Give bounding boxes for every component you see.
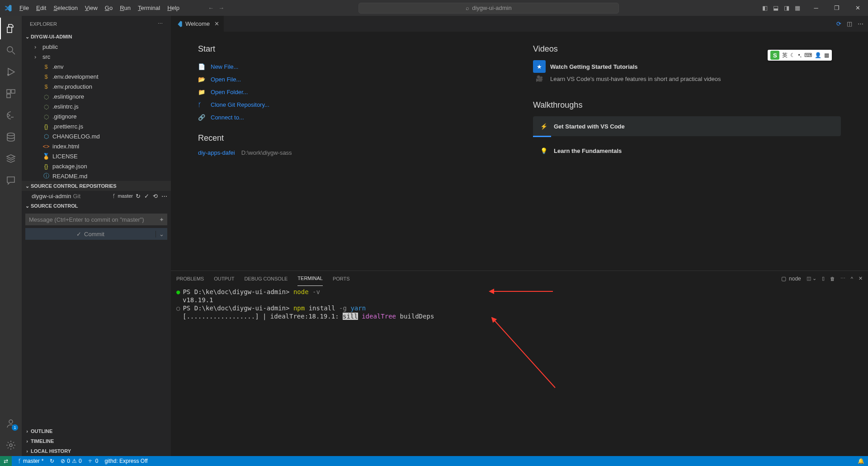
status-sync[interactable]: ↻ — [50, 458, 54, 464]
refresh-icon[interactable]: ⟲ — [153, 193, 158, 200]
kill-terminal-icon[interactable]: 🗑 — [830, 276, 835, 281]
activity-accounts[interactable]: 1 — [0, 413, 22, 434]
start-link[interactable]: ᚶClone Git Repository... — [198, 98, 506, 111]
status-githd[interactable]: githd: Express Off — [104, 458, 147, 464]
sync-icon[interactable]: ↻ — [136, 193, 141, 200]
moon-icon[interactable]: ☾ — [790, 52, 795, 58]
tree-item[interactable]: ›src — [26, 52, 171, 62]
start-link[interactable]: 📁Open Folder... — [198, 86, 506, 98]
menu-go[interactable]: Go — [101, 0, 116, 16]
menu-help[interactable]: Help — [164, 0, 183, 16]
maximize-panel-icon[interactable]: ^ — [851, 276, 853, 281]
panel-tab[interactable]: DEBUG CONSOLE — [244, 271, 288, 286]
status-notifications[interactable]: 🔔 — [858, 458, 864, 464]
tree-item[interactable]: $.env.development — [26, 71, 171, 81]
grid-icon[interactable]: ▦ — [824, 52, 829, 58]
activity-remote[interactable] — [0, 105, 22, 126]
split-editor-icon[interactable]: ◫ — [847, 20, 852, 27]
commit-icon[interactable]: ✓ — [144, 193, 149, 200]
keyboard-icon[interactable]: ⌨ — [804, 52, 812, 58]
tree-item[interactable]: <>index.html — [26, 141, 171, 151]
status-ports[interactable]: ᯤ 0 — [88, 458, 99, 464]
scm-repos-header[interactable]: ⌄ SOURCE CONTROL REPOSITORIES — [22, 181, 171, 191]
start-link[interactable]: 🔗Connect to... — [198, 111, 506, 124]
menu-file[interactable]: File — [16, 0, 33, 16]
panel-tab[interactable]: PROBLEMS — [176, 271, 204, 286]
project-header[interactable]: ⌄ DIYGW-UI-ADMIN — [22, 32, 171, 42]
toggle-secondary-sidebar-icon[interactable]: ◨ — [784, 5, 789, 11]
maximize-button[interactable]: ❐ — [826, 0, 847, 16]
tree-item[interactable]: {}package.json — [26, 161, 171, 171]
sidebar-more-icon[interactable]: ⋯ — [158, 21, 163, 27]
tab-welcome[interactable]: Welcome ✕ — [171, 16, 224, 32]
menu-run[interactable]: Run — [116, 0, 134, 16]
tree-item[interactable]: ⬡CHANGELOG.md — [26, 131, 171, 141]
tree-item[interactable]: ◌.gitignore — [26, 111, 171, 121]
toggle-panel-icon[interactable]: ⬓ — [773, 5, 778, 11]
tree-item[interactable]: $.env.production — [26, 81, 171, 91]
panel-tab[interactable]: OUTPUT — [214, 271, 234, 286]
split-terminal-icon[interactable]: ◫ ⌄ — [807, 276, 816, 281]
ime-lang[interactable]: 英 — [782, 52, 788, 59]
tree-item[interactable]: ◌.eslintrc.js — [26, 101, 171, 111]
run-icon[interactable]: ⟳ — [836, 20, 841, 27]
tree-item[interactable]: {}.prettierrc.js — [26, 121, 171, 131]
walkthrough-fundamentals[interactable]: 💡 Learn the Fundamentals — [533, 141, 841, 161]
commit-button[interactable]: ✓ Commit — [25, 231, 156, 238]
close-panel-icon[interactable]: ✕ — [859, 276, 863, 281]
toggle-primary-sidebar-icon[interactable]: ◧ — [762, 5, 768, 11]
terminal-dropdown[interactable]: ▢ node — [781, 276, 801, 282]
menu-view[interactable]: View — [81, 0, 101, 16]
punct-icon[interactable]: •, — [798, 52, 802, 58]
activity-search[interactable] — [0, 39, 22, 61]
panel-tab[interactable]: TERMINAL — [297, 271, 323, 286]
ime-toolbar[interactable]: S 英 ☾ •, ⌨ 👤 ▦ — [768, 50, 832, 61]
person-icon[interactable]: 👤 — [815, 52, 821, 58]
tree-item[interactable]: ⓘREADME.md — [26, 171, 171, 181]
video-card[interactable]: ★ Watch Getting Started Tutorials — [533, 60, 841, 73]
recent-item[interactable]: diy-apps-dafei D:\work\diygw-sass — [198, 149, 506, 159]
panel-more-icon[interactable]: ⋯ — [840, 276, 845, 281]
menu-edit[interactable]: Edit — [33, 0, 50, 16]
local-history-header[interactable]: › LOCAL HISTORY — [22, 446, 171, 456]
terminal-content[interactable]: ●PS D:\ke\doc\diygw-ui-admin> node -v v1… — [171, 286, 868, 456]
outline-header[interactable]: › OUTLINE — [22, 426, 171, 436]
command-center-search[interactable]: ⌕ diygw-ui-admin — [359, 3, 619, 14]
status-branch[interactable]: ᚶ master* — [18, 458, 43, 464]
more-icon[interactable]: ⋯ — [161, 193, 167, 200]
tree-item[interactable]: $.env — [26, 62, 171, 71]
activity-run-debug[interactable] — [0, 61, 22, 83]
activity-extensions[interactable] — [0, 83, 22, 105]
menu-terminal[interactable]: Terminal — [134, 0, 164, 16]
tree-item[interactable]: ›public — [26, 42, 171, 52]
activity-comment[interactable] — [0, 170, 22, 191]
menu-selection[interactable]: Selection — [50, 0, 81, 16]
nav-back[interactable]: ← — [208, 5, 214, 11]
start-link[interactable]: 📄New File... — [198, 60, 506, 73]
close-tab-icon[interactable]: ✕ — [214, 20, 219, 27]
activity-manage[interactable] — [0, 434, 22, 456]
tree-item[interactable]: 🏅LICENSE — [26, 151, 171, 161]
nav-forward[interactable]: → — [218, 5, 224, 11]
status-problems[interactable]: ⊘ 0 ⚠ 0 — [61, 458, 81, 464]
activity-stack[interactable] — [0, 148, 22, 170]
remote-indicator[interactable]: ⇄ — [0, 456, 12, 466]
tab-more-icon[interactable]: ⋯ — [858, 20, 863, 27]
sparkle-icon[interactable]: ✦ — [156, 216, 167, 223]
start-link[interactable]: 📂Open File... — [198, 73, 506, 86]
close-button[interactable]: ✕ — [847, 0, 868, 16]
scm-repo-row[interactable]: diygw-ui-adminGit ᚶ master ↻ ✓ ⟲ ⋯ — [22, 191, 171, 201]
activity-explorer[interactable] — [0, 18, 22, 39]
new-terminal-icon[interactable]: ▯ — [822, 276, 825, 281]
customize-layout-icon[interactable]: ▦ — [795, 5, 800, 11]
timeline-header[interactable]: › TIMELINE — [22, 436, 171, 446]
scm-header[interactable]: ⌄ SOURCE CONTROL — [22, 201, 171, 211]
commit-message-input[interactable] — [25, 216, 156, 223]
walkthrough-get-started[interactable]: ⚡ Get Started with VS Code — [533, 116, 841, 136]
commit-dropdown[interactable]: ⌄ — [156, 231, 167, 238]
tree-item[interactable]: ◌.eslintignore — [26, 91, 171, 101]
activity-database[interactable] — [0, 126, 22, 148]
panel-tab[interactable]: PORTS — [333, 271, 350, 286]
scm-branch[interactable]: ᚶ master — [113, 193, 133, 199]
minimize-button[interactable]: ─ — [806, 0, 826, 16]
